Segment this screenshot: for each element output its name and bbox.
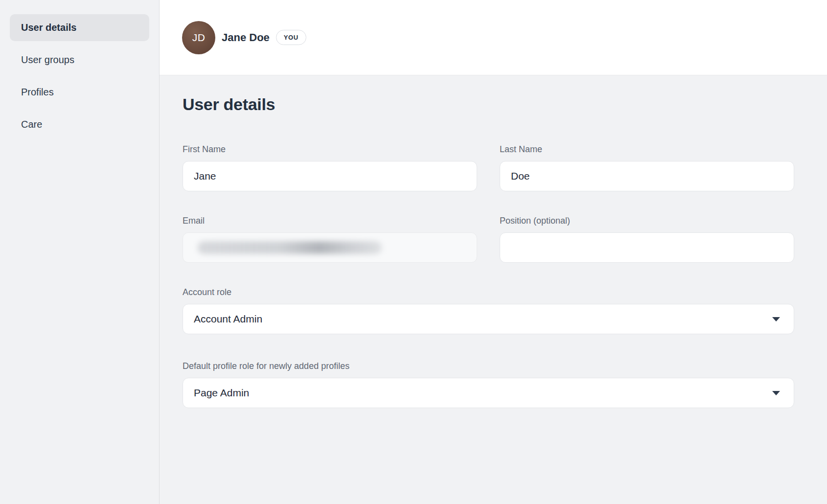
default-profile-role-row: Default profile role for newly added pro…: [183, 361, 794, 408]
account-role-value: Account Admin: [194, 313, 262, 325]
page-title: User details: [183, 95, 827, 114]
default-profile-role-label: Default profile role for newly added pro…: [183, 361, 794, 371]
account-role-field-group: Account role Account Admin: [183, 287, 794, 334]
last-name-field-group: Last Name: [500, 144, 794, 191]
avatar: JD: [182, 21, 215, 54]
default-profile-role-field-group: Default profile role for newly added pro…: [183, 361, 794, 408]
name-row: First Name Last Name: [183, 144, 794, 191]
default-profile-role-select[interactable]: Page Admin: [183, 378, 794, 408]
you-badge: YOU: [276, 30, 306, 45]
email-redacted-value: [198, 241, 382, 254]
sidebar-item-label: Profiles: [21, 87, 54, 98]
account-role-row: Account role Account Admin: [183, 287, 794, 334]
account-role-label: Account role: [183, 287, 794, 298]
user-name: Jane Doe: [222, 31, 270, 44]
email-input-disabled: [183, 232, 477, 263]
first-name-field-group: First Name: [183, 144, 477, 191]
user-details-section: User details First Name Last Name: [160, 75, 827, 504]
sidebar-item-user-groups[interactable]: User groups: [10, 46, 149, 73]
position-field-group: Position (optional): [500, 216, 794, 263]
position-input[interactable]: [500, 232, 794, 263]
main-area: JD Jane Doe YOU User details First Name …: [160, 0, 827, 504]
sidebar-item-care[interactable]: Care: [10, 111, 149, 138]
user-header: JD Jane Doe YOU: [160, 0, 827, 75]
chevron-down-icon: [772, 391, 780, 395]
email-field-group: Email: [183, 216, 477, 263]
sidebar-item-label: User groups: [21, 54, 74, 66]
first-name-label: First Name: [183, 144, 477, 155]
user-details-form: First Name Last Name Email: [183, 144, 794, 408]
sidebar-item-label: User details: [21, 22, 76, 33]
email-position-row: Email Position (optional): [183, 216, 794, 263]
position-label: Position (optional): [500, 216, 794, 226]
settings-sidebar: User details User groups Profiles Care: [0, 0, 160, 504]
app-window: User details User groups Profiles Care J…: [0, 0, 827, 504]
last-name-label: Last Name: [500, 144, 794, 155]
avatar-initials: JD: [192, 32, 206, 44]
last-name-input[interactable]: [500, 161, 794, 191]
account-role-select[interactable]: Account Admin: [183, 304, 794, 334]
first-name-input[interactable]: [183, 161, 477, 191]
default-profile-role-value: Page Admin: [194, 387, 249, 399]
sidebar-item-profiles[interactable]: Profiles: [10, 79, 149, 106]
email-label: Email: [183, 216, 477, 226]
sidebar-item-user-details[interactable]: User details: [10, 14, 149, 41]
chevron-down-icon: [772, 317, 780, 321]
sidebar-item-label: Care: [21, 119, 42, 130]
